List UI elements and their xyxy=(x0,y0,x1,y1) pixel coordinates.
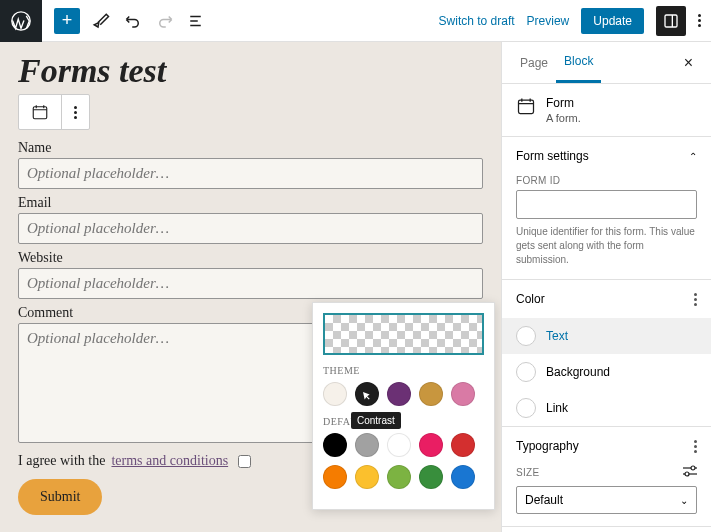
consent-checkbox[interactable] xyxy=(238,455,251,468)
form-settings-panel-header[interactable]: Form settings ⌃ xyxy=(502,137,711,175)
link-color-swatch xyxy=(516,398,536,418)
size-label: SIZE xyxy=(516,467,539,478)
typography-panel-options-icon[interactable] xyxy=(694,440,697,453)
default-swatch[interactable] xyxy=(323,433,347,457)
dimensions-panel-header[interactable]: Dimensions + xyxy=(502,527,711,532)
close-sidebar-icon[interactable]: × xyxy=(676,46,701,80)
default-swatch[interactable] xyxy=(451,433,475,457)
undo-icon[interactable] xyxy=(122,10,144,32)
more-menu-icon[interactable] xyxy=(698,14,701,27)
color-background-row[interactable]: Background xyxy=(502,354,711,390)
wordpress-logo[interactable] xyxy=(0,0,42,42)
theme-palette-label: THEME xyxy=(323,365,484,376)
chevron-up-icon: ⌃ xyxy=(689,151,697,162)
page-title[interactable]: Forms test xyxy=(18,52,483,90)
text-color-swatch xyxy=(516,326,536,346)
default-swatch[interactable] xyxy=(323,465,347,489)
typography-panel-header[interactable]: Typography xyxy=(502,427,711,465)
outline-icon[interactable] xyxy=(186,10,208,32)
size-settings-icon[interactable] xyxy=(683,465,697,480)
settings-sidebar: Page Block × Form A form. Form settings … xyxy=(501,42,711,532)
svg-point-6 xyxy=(691,466,695,470)
color-panel-options-icon[interactable] xyxy=(694,293,697,306)
tab-block[interactable]: Block xyxy=(556,42,601,83)
form-id-label: FORM ID xyxy=(516,175,697,186)
swatch-tooltip: Contrast xyxy=(351,412,401,429)
email-input[interactable] xyxy=(18,213,483,244)
submit-button[interactable]: Submit xyxy=(18,479,102,515)
default-swatch[interactable] xyxy=(419,433,443,457)
custom-color-swatch[interactable] xyxy=(323,313,484,355)
block-toolbar xyxy=(18,94,90,130)
name-input[interactable] xyxy=(18,158,483,189)
form-id-input[interactable] xyxy=(516,190,697,219)
theme-swatch[interactable] xyxy=(419,382,443,406)
default-swatch[interactable] xyxy=(451,465,475,489)
terms-link[interactable]: terms and conditions xyxy=(111,453,228,469)
svg-point-8 xyxy=(685,472,689,476)
default-swatch[interactable] xyxy=(387,465,411,489)
preview-button[interactable]: Preview xyxy=(527,14,570,28)
default-swatch[interactable] xyxy=(419,465,443,489)
name-label: Name xyxy=(18,140,483,156)
block-options-icon[interactable] xyxy=(62,95,89,129)
theme-swatch[interactable] xyxy=(355,382,379,406)
color-picker-popover: THEME Contrast DEFAULT xyxy=(312,302,495,510)
theme-swatch[interactable] xyxy=(323,382,347,406)
background-color-swatch xyxy=(516,362,536,382)
settings-toggle-icon[interactable] xyxy=(656,6,686,36)
font-size-select[interactable]: Default ⌄ xyxy=(516,486,697,514)
block-description: A form. xyxy=(546,112,581,124)
switch-to-draft-button[interactable]: Switch to draft xyxy=(439,14,515,28)
tab-page[interactable]: Page xyxy=(512,44,556,82)
default-swatch[interactable] xyxy=(355,465,379,489)
color-link-row[interactable]: Link xyxy=(502,390,711,426)
website-label: Website xyxy=(18,250,483,266)
theme-swatch[interactable] xyxy=(387,382,411,406)
website-input[interactable] xyxy=(18,268,483,299)
form-id-help: Unique identifier for this form. This va… xyxy=(516,225,697,267)
chevron-down-icon: ⌄ xyxy=(680,495,688,506)
svg-rect-1 xyxy=(665,15,677,27)
svg-rect-3 xyxy=(33,107,47,119)
block-name: Form xyxy=(546,96,581,110)
svg-rect-4 xyxy=(519,100,534,113)
form-block-icon[interactable] xyxy=(19,95,62,129)
email-label: Email xyxy=(18,195,483,211)
edit-tool-icon[interactable] xyxy=(90,10,112,32)
add-block-button[interactable]: + xyxy=(54,8,80,34)
default-swatch[interactable] xyxy=(355,433,379,457)
default-swatch[interactable] xyxy=(387,433,411,457)
consent-prefix: I agree with the xyxy=(18,453,105,469)
form-block-icon xyxy=(516,96,536,119)
color-panel-header[interactable]: Color xyxy=(502,280,711,318)
update-button[interactable]: Update xyxy=(581,8,644,34)
redo-icon[interactable] xyxy=(154,10,176,32)
default-palette-label: DEFAULT xyxy=(323,416,484,427)
color-text-row[interactable]: Text xyxy=(502,318,711,354)
theme-swatch[interactable] xyxy=(451,382,475,406)
